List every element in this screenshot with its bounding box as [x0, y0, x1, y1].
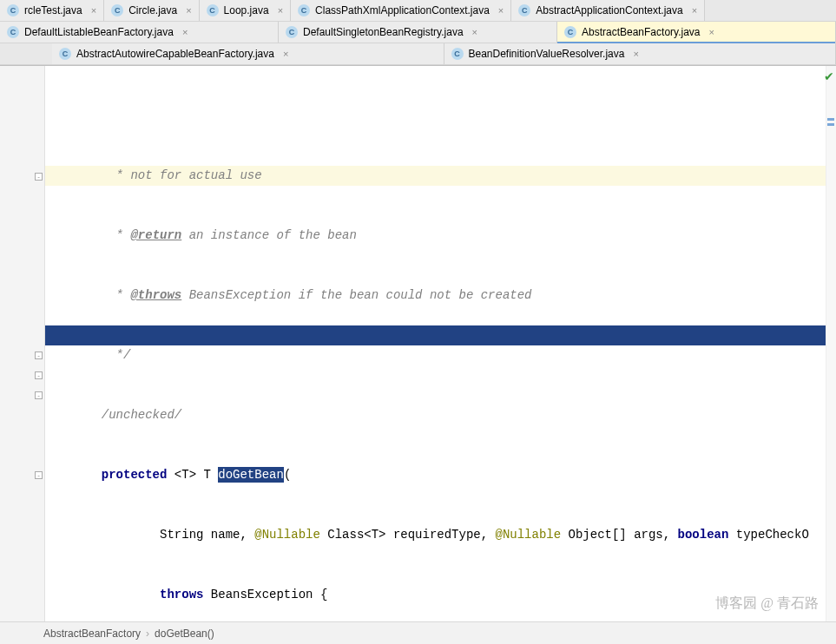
close-icon[interactable]: × — [472, 27, 477, 37]
tab-abstractbeanfactory-java[interactable]: CAbstractBeanFactory.java× — [557, 22, 836, 43]
java-class-icon: C — [286, 26, 298, 38]
error-stripe[interactable] — [826, 66, 836, 621]
code-text: throws — [160, 588, 203, 601]
tab-label: AbstractBeanFactory.java — [582, 26, 701, 38]
tab-label: Loop.java — [224, 4, 269, 16]
tab-beandefinitionvalueresolver-java[interactable]: CBeanDefinitionValueResolver.java× — [444, 43, 837, 64]
code-text: <T> T — [167, 468, 218, 482]
tab-abstractapplicationcontext-java[interactable]: CAbstractApplicationContext.java× — [511, 0, 705, 21]
close-icon[interactable]: × — [709, 27, 714, 37]
fold-marker-icon[interactable]: - — [35, 371, 43, 379]
fold-marker-icon[interactable]: - — [35, 352, 43, 359]
code-text: String name, — [102, 528, 254, 542]
tab-label: AbstractAutowireCapableBeanFactory.java — [76, 48, 274, 60]
tab-classpathxmlapplicationcontext-java[interactable]: CClassPathXmlApplicationContext.java× — [291, 0, 511, 21]
tab-label: Circle.java — [128, 4, 177, 16]
code-text: @throws — [130, 288, 181, 302]
tab-defaultsingletonbeanregistry-java[interactable]: CDefaultSingletonBeanRegistry.java× — [279, 22, 557, 43]
code-text: an instance of the bean — [181, 228, 357, 242]
code-text: BeansException — [181, 288, 298, 302]
code-text: boolean — [678, 528, 729, 542]
code-text: */ — [109, 348, 130, 362]
close-icon[interactable]: × — [283, 49, 288, 59]
code-text: protected — [102, 468, 168, 482]
code-text: * — [109, 288, 130, 302]
selected-method: doGetBean — [218, 467, 284, 483]
chevron-right-icon: › — [146, 628, 149, 640]
close-icon[interactable]: × — [182, 27, 188, 37]
java-class-icon: C — [298, 4, 310, 16]
gutter: - - - - - — [0, 66, 45, 621]
code-text: BeansException { — [203, 588, 327, 601]
tab-rcletest-java[interactable]: CrcleTest.java× — [0, 0, 104, 21]
code-text: * not for actual use — [109, 168, 261, 182]
code-text: if the bean could not be created — [299, 288, 532, 302]
code-text: @Nullable — [496, 528, 562, 542]
tab-label: BeanDefinitionValueResolver.java — [469, 48, 625, 60]
close-icon[interactable]: × — [91, 5, 96, 16]
java-class-icon: C — [7, 4, 19, 16]
code-editor[interactable]: * not for actual use * @return an instan… — [45, 66, 836, 621]
tab-defaultlistablebeanfactory-java[interactable]: CDefaultListableBeanFactory.java× — [0, 22, 279, 43]
fold-marker-icon[interactable]: - — [35, 391, 43, 399]
tab-circle-java[interactable]: CCircle.java× — [104, 0, 199, 21]
java-class-icon: C — [59, 48, 71, 60]
code-text: * — [109, 228, 130, 242]
tab-abstractautowirecapablebeanfactory-java[interactable]: CAbstractAutowireCapableBeanFactory.java… — [52, 43, 444, 64]
java-class-icon: C — [518, 4, 530, 16]
code-text: @return — [130, 228, 181, 242]
code-text: ( — [284, 468, 291, 482]
close-icon[interactable]: × — [498, 5, 504, 16]
breadcrumb-class[interactable]: AbstractBeanFactory — [43, 628, 141, 640]
close-icon[interactable]: × — [692, 5, 697, 16]
java-class-icon: C — [7, 26, 19, 38]
java-class-icon: C — [451, 48, 464, 60]
java-class-icon: C — [111, 4, 123, 16]
editor-tabs: CrcleTest.java×CCircle.java×CLoop.java×C… — [0, 0, 836, 66]
close-icon[interactable]: × — [186, 5, 191, 16]
fold-marker-icon[interactable]: - — [35, 173, 43, 181]
java-class-icon: C — [564, 26, 576, 38]
breadcrumb-method[interactable]: doGetBean() — [155, 628, 214, 640]
code-text — [102, 588, 160, 601]
code-text: /unchecked/ — [102, 408, 181, 422]
code-text: Object[] args, — [561, 528, 677, 542]
tab-label: DefaultSingletonBeanRegistry.java — [303, 26, 464, 38]
tab-label: DefaultListableBeanFactory.java — [24, 26, 174, 38]
tab-label: AbstractApplicationContext.java — [536, 4, 682, 16]
code-text: Class<T> requiredType, — [320, 528, 496, 542]
breadcrumb-bar: AbstractBeanFactory › doGetBean() — [0, 621, 836, 644]
code-text: @Nullable — [254, 528, 320, 542]
editor-area: - - - - - * not for actual use * @return… — [0, 66, 836, 621]
tab-loop-java[interactable]: CLoop.java× — [200, 0, 291, 21]
inspection-ok-icon[interactable]: ✔ — [824, 69, 834, 83]
fold-marker-icon[interactable]: - — [35, 471, 43, 479]
tab-label: rcleTest.java — [24, 4, 82, 16]
watermark: 博客园 @ 青石路 — [715, 595, 819, 613]
tab-label: ClassPathXmlApplicationContext.java — [315, 4, 490, 16]
java-class-icon: C — [207, 4, 219, 16]
code-text: typeCheckO — [728, 528, 808, 542]
close-icon[interactable]: × — [633, 49, 638, 59]
close-icon[interactable]: × — [278, 5, 283, 16]
